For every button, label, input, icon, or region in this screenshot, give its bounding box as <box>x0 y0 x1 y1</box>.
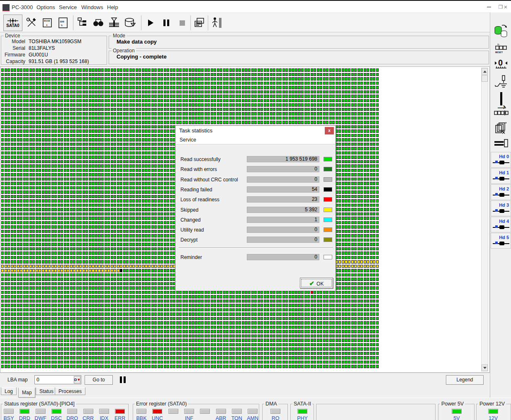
drive-passport-button[interactable]: 0110i <box>40 15 55 31</box>
dialog-titlebar[interactable]: Task statistics x <box>175 126 336 136</box>
led-DRD <box>19 409 29 414</box>
hd-button-3[interactable]: Hd 3 <box>491 200 511 216</box>
toolbar-separator <box>190 15 191 30</box>
stat-label: Skipped <box>180 207 198 213</box>
ok-label: OK <box>316 281 324 287</box>
database-funnel-icon <box>124 17 136 28</box>
port-sata0-label: SATA0 <box>6 24 19 28</box>
window-minimize-button[interactable] <box>484 3 494 11</box>
task-list-button[interactable] <box>192 15 207 31</box>
pause-icon <box>163 20 165 26</box>
dialog-close-button[interactable]: x <box>325 127 334 134</box>
binoculars-icon <box>92 18 104 27</box>
led-UNC <box>152 409 162 414</box>
data-copy-tool-button[interactable] <box>494 24 509 39</box>
drive-head-icon <box>493 209 509 213</box>
hd-button-0[interactable]: Hd 0 <box>491 152 511 168</box>
tools-icon <box>26 17 37 28</box>
funnel-icon <box>108 17 120 29</box>
hd-label: Hd 4 <box>499 219 509 224</box>
dialog-menu-service[interactable]: Service <box>180 137 196 143</box>
menu-service[interactable]: Service <box>59 4 77 11</box>
led-ABR <box>216 409 226 414</box>
folder-tree-button[interactable] <box>75 15 90 31</box>
sector-translate-tool-button[interactable]: ✖ <box>494 105 509 119</box>
hd-label: Hd 5 <box>499 235 509 240</box>
reset-tool-button[interactable]: 1↓ RESET <box>494 42 509 55</box>
search-button[interactable] <box>91 15 106 31</box>
filter-button[interactable] <box>107 15 122 31</box>
status-group <box>316 404 436 420</box>
sata-port-icon <box>7 18 19 24</box>
stat-color-swatch <box>324 177 332 182</box>
ok-button[interactable]: ✔OK <box>300 278 333 288</box>
led-label: ABR <box>213 415 229 420</box>
tab-log[interactable]: Log <box>1 387 17 395</box>
start-task-button[interactable] <box>143 15 158 31</box>
led-DWF <box>36 409 46 414</box>
red-arrow-down-icon: ▼ <box>77 378 81 382</box>
window-close-button[interactable] <box>500 3 511 11</box>
hd-button-2[interactable]: Hd 2 <box>491 184 511 200</box>
lba-dropdown-button[interactable]: D▼ <box>74 376 80 383</box>
led-5V <box>452 409 462 414</box>
operation-value: Copying - complete <box>117 54 167 60</box>
scroll-up-button[interactable] <box>482 68 488 75</box>
stacked-pages-x-icon: ✖ <box>494 121 508 136</box>
led-PHY <box>297 409 307 414</box>
svg-text:0: 0 <box>498 58 503 67</box>
stat-label: Read successfully <box>180 156 221 162</box>
led-label: INF <box>181 415 197 420</box>
pause-tool-button[interactable] <box>494 92 509 105</box>
stat-row-reminder: Reminder 0 <box>175 254 336 261</box>
drive-head-icon <box>493 177 509 181</box>
map-scrollbar[interactable] <box>481 68 488 371</box>
main-toolbar: SATA0 0110i 100% <box>0 12 490 32</box>
svg-text:100: 100 <box>60 20 64 23</box>
menu-options[interactable]: Options <box>36 4 55 11</box>
stat-value-bar: 5 392 <box>247 207 319 213</box>
stat-row: Decrypt 0 <box>175 237 336 243</box>
data-filter-button[interactable] <box>123 15 138 31</box>
exit-button[interactable] <box>209 15 224 31</box>
recalibrate-tool-button[interactable]: 0 <box>494 57 509 71</box>
close-tasks-tool-button[interactable]: ✖ <box>494 121 509 136</box>
hd-button-4[interactable]: Hd 4 <box>491 217 511 232</box>
titlebar: PC-3000 Options Service Windows Help <box>0 0 511 12</box>
pause-icon <box>500 92 502 99</box>
hd-button-5[interactable]: Hd 5 <box>491 233 511 249</box>
hd-label: Hd 3 <box>499 203 509 208</box>
stat-row: Utility read 0 <box>175 227 336 233</box>
toolbar-separator <box>141 15 141 30</box>
stat-value-bar: 0 <box>247 176 319 183</box>
legend-button[interactable]: Legend <box>446 375 484 385</box>
scrollbar-thumb[interactable] <box>482 75 488 82</box>
pause-task-button[interactable] <box>159 15 174 31</box>
utility-settings-button[interactable] <box>24 15 39 31</box>
goto-button[interactable]: Go to <box>85 375 113 385</box>
port-sata0-button[interactable]: SATA0 <box>3 15 22 31</box>
stat-color-swatch <box>324 187 332 192</box>
tab-map[interactable]: Map <box>18 388 35 398</box>
led-DRQ <box>67 409 77 414</box>
svg-text:✖: ✖ <box>504 105 505 108</box>
menu-windows[interactable]: Windows <box>81 4 103 11</box>
group-title: Power 5V <box>440 401 465 407</box>
stat-label: Utility read <box>180 227 204 233</box>
head-test-tool-button[interactable] <box>494 75 509 90</box>
status-group: SATA-IIPHY <box>290 404 314 420</box>
tab-status[interactable]: Status <box>36 387 57 395</box>
stat-color-swatch <box>324 167 332 171</box>
dialog-body: Read successfully 1 953 519 698 Read wit… <box>175 144 336 291</box>
stop-task-button[interactable] <box>175 15 190 31</box>
menu-pc3000[interactable]: PC-3000 <box>12 4 33 11</box>
stat-value-bar: 0 <box>247 237 319 243</box>
menu-help[interactable]: Help <box>107 4 118 11</box>
connector-bars-icon <box>494 139 509 148</box>
scroll-down-button[interactable] <box>482 364 488 371</box>
group-title: SATA-II <box>292 401 312 407</box>
terminal-tool-button[interactable] <box>494 139 509 148</box>
hd-button-1[interactable]: Hd 1 <box>491 168 511 184</box>
test-100-button[interactable]: 100% <box>56 15 71 31</box>
tab-processes[interactable]: Processes <box>55 387 85 395</box>
